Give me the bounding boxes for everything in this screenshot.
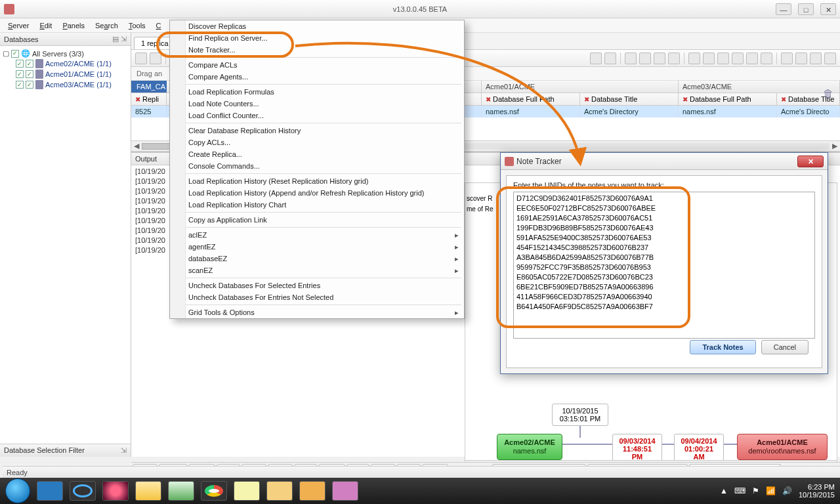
note-tracker-dialog: Note Tracker ✕ Enter the UNIDs of the no… bbox=[500, 152, 828, 374]
taskbar-app[interactable] bbox=[37, 481, 63, 501]
pin-icon: ✖ bbox=[135, 96, 140, 103]
databases-panel: Databases▤ ⇲ ▢ 🌐 All Servers (3/3) Acme0… bbox=[0, 33, 131, 457]
menu-item[interactable]: scanEZ bbox=[170, 264, 464, 276]
server-icon bbox=[35, 70, 43, 79]
menu-item[interactable]: Load Replication History (Reset Replicat… bbox=[170, 175, 464, 187]
chart-node-red[interactable]: Acme01/ACMEdemo\root\names.nsf bbox=[737, 434, 828, 460]
menu-item[interactable]: Note Tracker... bbox=[170, 44, 464, 56]
menu-item[interactable]: Load Conflict Counter... bbox=[170, 110, 464, 121]
trash-icon[interactable]: 🗑 bbox=[823, 88, 835, 100]
databases-title: Databases bbox=[4, 35, 39, 43]
menu-panels[interactable]: Panels bbox=[62, 22, 85, 30]
menu-item[interactable]: Create Replica... bbox=[170, 148, 464, 160]
maximize-button[interactable]: □ bbox=[798, 3, 814, 15]
menu-server[interactable]: Server bbox=[8, 22, 29, 30]
tree-checkbox[interactable] bbox=[11, 50, 19, 58]
taskbar-excel-icon[interactable] bbox=[168, 481, 194, 501]
chart-timestamp: 10/19/201503:15:01 PM bbox=[552, 404, 608, 426]
menu-item[interactable]: Load Replication History Chart bbox=[170, 199, 464, 211]
grid-group: Acme03/ACME bbox=[679, 81, 840, 93]
taskbar-app[interactable] bbox=[266, 481, 293, 501]
grid-group: FAM_CA bbox=[131, 81, 167, 93]
context-menu: Discover ReplicasFind Replica on Server.… bbox=[169, 20, 465, 319]
tree-server[interactable]: Acme02/ACME (1/1) bbox=[45, 60, 112, 68]
menu-item[interactable]: Load Replication History (Append and/or … bbox=[170, 187, 464, 199]
track-notes-button[interactable]: Track Notes bbox=[690, 340, 755, 354]
tray-flag-icon[interactable]: ⚑ bbox=[752, 486, 759, 495]
tree-server[interactable]: Acme03/ACME (1/1) bbox=[45, 81, 112, 89]
taskbar-explorer-icon[interactable] bbox=[135, 481, 161, 501]
start-button[interactable] bbox=[5, 478, 30, 503]
dialog-title: Note Tracker bbox=[516, 157, 562, 166]
menu-item[interactable]: Copy as Application Link bbox=[170, 214, 464, 226]
menu-edit[interactable]: Edit bbox=[39, 22, 52, 30]
tree-checkbox[interactable] bbox=[16, 60, 24, 68]
taskbar: ▲ ⌨ ⚑ 📶 🔊 6:23 PM10/19/2015 bbox=[0, 478, 840, 504]
grid-group: Acme01/ACME bbox=[482, 81, 679, 93]
minimize-button[interactable]: — bbox=[776, 3, 791, 15]
taskbar-app[interactable] bbox=[299, 481, 326, 501]
menu-item[interactable]: Console Commands... bbox=[170, 160, 464, 172]
server-icon bbox=[35, 80, 43, 89]
filter-title: Database Selection Filter bbox=[4, 446, 85, 455]
column-header[interactable]: Database Full Path bbox=[493, 95, 555, 103]
menu-item[interactable]: Copy ACLs... bbox=[170, 136, 464, 148]
filter-expand-icon[interactable]: ⇲ bbox=[121, 446, 127, 455]
window-titlebar: v13.0.0.45 BETA — □ ✕ bbox=[0, 0, 840, 18]
chart-node-green[interactable]: Acme02/ACMEnames.nsf bbox=[497, 434, 562, 460]
dialog-icon bbox=[505, 157, 514, 166]
status-bar: Ready bbox=[3, 466, 840, 478]
cancel-button[interactable]: Cancel bbox=[761, 340, 808, 354]
menu-item[interactable]: Load Replication Formulas bbox=[170, 86, 464, 98]
menu-search[interactable]: Search bbox=[95, 22, 118, 30]
column-header[interactable]: Repli bbox=[142, 95, 159, 103]
scroll-right-icon[interactable]: ▶ bbox=[830, 142, 840, 150]
taskbar-ie-icon[interactable] bbox=[70, 481, 96, 501]
window-title: v13.0.0.45 BETA bbox=[393, 5, 447, 13]
column-header[interactable]: Database Full Path bbox=[690, 95, 751, 103]
server-tree[interactable]: ▢ 🌐 All Servers (3/3) Acme02/ACME (1/1) … bbox=[0, 46, 131, 444]
unid-label: Enter the UNIDs of the notes you want to… bbox=[513, 181, 664, 189]
menu-item[interactable]: aclEZ bbox=[170, 229, 464, 241]
dialog-close-button[interactable]: ✕ bbox=[797, 156, 824, 167]
tree-root[interactable]: All Servers (3/3) bbox=[32, 50, 84, 58]
panel-pin-icon[interactable]: ▤ ⇲ bbox=[112, 35, 127, 43]
toolbar-button[interactable] bbox=[150, 52, 161, 64]
menu-item[interactable]: Discover Replicas bbox=[170, 20, 464, 32]
menu-item[interactable]: Clear Database Replication History bbox=[170, 125, 464, 136]
taskbar-app[interactable] bbox=[102, 481, 129, 501]
menu-item[interactable]: Load Note Counters... bbox=[170, 98, 464, 110]
server-icon bbox=[35, 59, 43, 68]
column-header[interactable]: Database Title bbox=[591, 95, 637, 103]
menu-item[interactable]: Grid Tools & Options bbox=[170, 306, 464, 318]
menu-item[interactable]: Find Replica on Server... bbox=[170, 32, 464, 44]
tree-server[interactable]: Acme01/ACME (1/1) bbox=[45, 70, 112, 78]
menu-item[interactable]: databaseEZ bbox=[170, 253, 464, 264]
menu-item[interactable]: Compare ACLs bbox=[170, 59, 464, 71]
menu-item[interactable]: agentEZ bbox=[170, 241, 464, 253]
taskbar-app[interactable] bbox=[234, 481, 260, 501]
taskbar-app[interactable] bbox=[332, 481, 358, 501]
close-button[interactable]: ✕ bbox=[820, 3, 836, 15]
menu-item[interactable]: Compare Agents... bbox=[170, 71, 464, 83]
tray-icon[interactable]: ▲ bbox=[720, 486, 728, 495]
unid-textarea[interactable] bbox=[513, 192, 815, 339]
tray-volume-icon[interactable]: 🔊 bbox=[782, 486, 792, 495]
tray-network-icon[interactable]: 📶 bbox=[766, 486, 776, 495]
menu-item[interactable]: Uncheck Databases For Selected Entries bbox=[170, 280, 464, 291]
tray-clock[interactable]: 6:23 PM10/19/2015 bbox=[799, 483, 835, 499]
app-icon bbox=[4, 4, 14, 14]
menu-tools[interactable]: Tools bbox=[129, 22, 146, 30]
menu-cut[interactable]: C bbox=[156, 22, 161, 30]
scroll-left-icon[interactable]: ◀ bbox=[131, 142, 142, 150]
taskbar-chrome-icon[interactable] bbox=[201, 481, 227, 501]
toolbar-button[interactable] bbox=[135, 52, 147, 64]
tray-keyboard-icon[interactable]: ⌨ bbox=[734, 486, 746, 495]
menu-item[interactable]: Uncheck Databases For Entries Not Select… bbox=[170, 291, 464, 303]
